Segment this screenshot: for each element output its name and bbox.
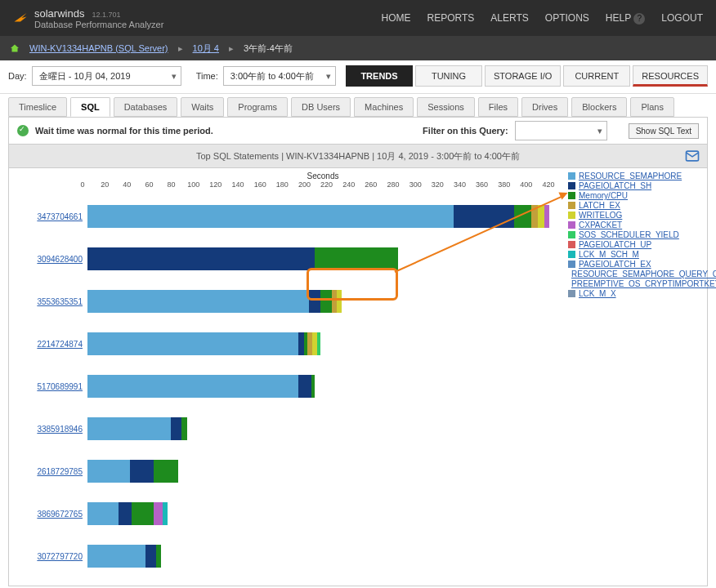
bar-segment[interactable] <box>317 332 320 355</box>
bar-segment[interactable] <box>337 290 341 313</box>
stacked-bar[interactable] <box>87 205 549 228</box>
show-sql-text-button[interactable]: Show SQL Text <box>629 123 699 139</box>
legend-item[interactable]: CXPACKET <box>568 220 699 229</box>
bar-segment[interactable] <box>332 290 338 313</box>
bar-segment[interactable] <box>454 205 515 228</box>
bar-segment[interactable] <box>311 375 315 398</box>
bar-segment[interactable] <box>154 502 163 525</box>
stacked-bar[interactable] <box>87 375 315 398</box>
day-dropdown[interactable]: 金曜日 - 10月 04, 2019 <box>32 66 181 86</box>
legend-item[interactable]: PAGEIOLATCH_SH <box>568 181 699 190</box>
bar-segment[interactable] <box>538 205 544 228</box>
sql-hash-link[interactable]: 2214724874 <box>37 340 83 349</box>
bar-segment[interactable] <box>154 460 178 483</box>
legend-item[interactable]: LATCH_EX <box>568 201 699 210</box>
tab-current[interactable]: CURRENT <box>563 65 630 87</box>
subtab-files[interactable]: Files <box>478 97 518 117</box>
bar-segment[interactable] <box>87 460 130 483</box>
legend-item[interactable]: WRITELOG <box>568 211 699 220</box>
legend-label[interactable]: PAGEIOLATCH_UP <box>579 240 651 249</box>
email-icon[interactable] <box>684 148 700 166</box>
nav-options[interactable]: OPTIONS <box>545 12 589 24</box>
legend-label[interactable]: PAGEIOLATCH_EX <box>579 260 651 269</box>
legend-item[interactable]: RESOURCE_SEMAPHORE_QUERY_COMPILE <box>568 270 699 278</box>
bar-segment[interactable] <box>87 247 315 270</box>
sql-hash-link[interactable]: 2618729785 <box>37 467 83 476</box>
legend-label[interactable]: SOS_SCHEDULER_YIELD <box>579 230 679 239</box>
subtab-drives[interactable]: Drives <box>521 97 568 117</box>
bar-segment[interactable] <box>298 375 311 398</box>
sql-hash-link[interactable]: 3553635351 <box>37 297 83 306</box>
stacked-bar[interactable] <box>87 332 320 355</box>
legend-label[interactable]: CXPACKET <box>579 220 622 229</box>
bar-segment[interactable] <box>307 332 313 355</box>
legend-item[interactable]: SOS_SCHEDULER_YIELD <box>568 230 699 239</box>
sql-hash-link[interactable]: 5170689991 <box>37 382 83 391</box>
legend-item[interactable]: PREEMPTIVE_OS_CRYPTIMPORTKEY <box>568 279 699 288</box>
legend-label[interactable]: LCK_M_SCH_M <box>579 250 639 259</box>
bar-segment[interactable] <box>87 205 454 228</box>
subtab-databases[interactable]: Databases <box>114 97 178 117</box>
legend-label[interactable]: RESOURCE_SEMAPHORE_QUERY_COMPILE <box>571 270 716 278</box>
breadcrumb-server[interactable]: WIN-KV1334HAPNB (SQL Server) <box>29 43 168 53</box>
legend-item[interactable]: LCK_M_SCH_M <box>568 250 699 259</box>
nav-logout[interactable]: LOGOUT <box>661 12 703 24</box>
bar-segment[interactable] <box>171 417 182 440</box>
subtab-programs[interactable]: Programs <box>227 97 288 117</box>
bar-segment[interactable] <box>514 205 530 228</box>
bar-segment[interactable] <box>315 247 398 270</box>
subtab-timeslice[interactable]: Timeslice <box>8 97 67 117</box>
legend-item[interactable]: PAGEIOLATCH_UP <box>568 240 699 249</box>
sql-hash-link[interactable]: 3473704661 <box>37 212 83 221</box>
bar-segment[interactable] <box>87 375 298 398</box>
stacked-bar[interactable] <box>87 417 187 440</box>
legend-label[interactable]: RESOURCE_SEMAPHORE <box>579 172 682 180</box>
legend-label[interactable]: Memory/CPU <box>579 191 628 200</box>
legend-item[interactable]: LCK_M_X <box>568 289 699 298</box>
bar-segment[interactable] <box>130 460 154 483</box>
bar-segment[interactable] <box>87 502 119 525</box>
legend-label[interactable]: PAGEIOLATCH_SH <box>579 181 651 190</box>
stacked-bar[interactable] <box>87 545 161 568</box>
legend-item[interactable]: RESOURCE_SEMAPHORE <box>568 172 699 180</box>
bar-segment[interactable] <box>156 545 160 568</box>
subtab-machines[interactable]: Machines <box>354 97 414 117</box>
home-icon[interactable] <box>10 43 20 53</box>
stacked-bar[interactable] <box>87 290 342 313</box>
breadcrumb-day[interactable]: 10月 4 <box>193 42 219 55</box>
bar-segment[interactable] <box>87 290 309 313</box>
legend-label[interactable]: WRITELOG <box>579 211 622 220</box>
nav-help[interactable]: HELP ? <box>606 12 645 24</box>
legend-label[interactable]: PREEMPTIVE_OS_CRYPTIMPORTKEY <box>571 279 716 288</box>
sql-hash-link[interactable]: 3385918946 <box>37 425 83 434</box>
time-dropdown[interactable]: 3:00午前 to 4:00午前 <box>223 66 336 86</box>
bar-segment[interactable] <box>87 545 145 568</box>
bar-segment[interactable] <box>309 290 320 313</box>
stacked-bar[interactable] <box>87 460 178 483</box>
filter-query-dropdown[interactable] <box>515 121 607 140</box>
bar-segment[interactable] <box>145 545 157 568</box>
tab-tuning[interactable]: TUNING <box>415 65 482 87</box>
bar-segment[interactable] <box>544 205 548 228</box>
bar-segment[interactable] <box>163 502 167 525</box>
subtab-plans[interactable]: Plans <box>630 97 674 117</box>
legend-item[interactable]: Memory/CPU <box>568 191 699 200</box>
bar-segment[interactable] <box>132 502 154 525</box>
stacked-bar[interactable] <box>87 247 398 270</box>
tab-storage[interactable]: STORAGE I/O <box>485 65 561 87</box>
legend-label[interactable]: LATCH_EX <box>579 201 620 210</box>
subtab-sessions[interactable]: Sessions <box>417 97 475 117</box>
legend-item[interactable]: PAGEIOLATCH_EX <box>568 260 699 269</box>
tab-trends[interactable]: TRENDS <box>346 65 413 87</box>
subtab-waits[interactable]: Waits <box>181 97 224 117</box>
bar-segment[interactable] <box>531 205 538 228</box>
subtab-sql[interactable]: SQL <box>70 97 110 117</box>
sql-hash-link[interactable]: 3094628400 <box>37 255 83 264</box>
legend-label[interactable]: LCK_M_X <box>579 289 616 298</box>
bar-segment[interactable] <box>181 417 187 440</box>
bar-segment[interactable] <box>320 290 332 313</box>
bar-segment[interactable] <box>87 417 171 440</box>
bar-segment[interactable] <box>87 332 298 355</box>
subtab-blockers[interactable]: Blockers <box>571 97 627 117</box>
nav-home[interactable]: HOME <box>382 12 411 24</box>
